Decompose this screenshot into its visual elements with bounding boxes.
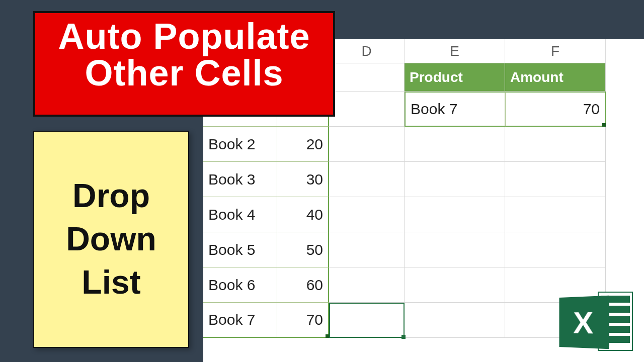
sticky-line-1: Drop <box>34 174 188 218</box>
column-header-e[interactable]: E <box>405 39 505 63</box>
cell-d5[interactable] <box>329 197 405 232</box>
source-row-2[interactable]: Book 2 20 <box>203 127 329 162</box>
active-cell-d8[interactable] <box>329 303 405 338</box>
source-row-7[interactable]: Book 7 70 <box>203 303 329 338</box>
lookup-header-amount[interactable]: Amount <box>505 63 606 92</box>
fill-handle-icon[interactable] <box>326 334 329 338</box>
source-amount-6: 60 <box>277 267 328 302</box>
title-banner: Auto Populate Other Cells <box>33 11 335 117</box>
row-6: Book 5 50 <box>203 232 644 267</box>
cell-d4[interactable] <box>329 162 405 197</box>
source-product-7: Book 7 <box>203 303 277 337</box>
cell-f5[interactable] <box>505 197 606 232</box>
cell-f6[interactable] <box>505 232 606 267</box>
lookup-header-product[interactable]: Product <box>405 63 505 92</box>
sticky-line-2: Down <box>34 218 188 261</box>
source-amount-7: 70 <box>277 303 328 337</box>
source-row-4[interactable]: Book 4 40 <box>203 197 329 232</box>
source-product-2: Book 2 <box>203 127 277 161</box>
source-amount-4: 40 <box>277 197 328 232</box>
source-product-6: Book 6 <box>203 267 277 302</box>
lookup-value-product[interactable]: Book 7 <box>405 92 505 127</box>
cell-d7[interactable] <box>329 267 405 303</box>
sticky-line-3: List <box>34 261 188 304</box>
row-5: Book 4 40 <box>203 197 644 232</box>
sticky-note: Drop Down List <box>33 131 189 348</box>
source-product-3: Book 3 <box>203 162 277 197</box>
cell-e4[interactable] <box>405 162 505 197</box>
source-row-3[interactable]: Book 3 30 <box>203 162 329 197</box>
cell-e6[interactable] <box>405 232 505 267</box>
column-header-f[interactable]: F <box>505 39 606 63</box>
cell-e5[interactable] <box>405 197 505 232</box>
row-3: Book 2 20 <box>203 127 644 162</box>
source-product-4: Book 4 <box>203 197 277 232</box>
column-header-d[interactable]: D <box>329 39 405 63</box>
source-amount-2: 20 <box>277 127 328 161</box>
fill-handle-icon[interactable] <box>602 123 606 127</box>
excel-logo-book-icon: X <box>559 296 609 349</box>
source-amount-3: 30 <box>277 162 328 197</box>
cell-d2[interactable] <box>329 92 405 127</box>
row-4: Book 3 30 <box>203 162 644 197</box>
lookup-value-amount[interactable]: 70 <box>505 92 606 127</box>
excel-logo-letter: X <box>573 304 593 340</box>
cell-d1[interactable] <box>329 63 405 92</box>
cell-e8[interactable] <box>405 303 505 338</box>
source-row-5[interactable]: Book 5 50 <box>203 232 329 267</box>
source-row-6[interactable]: Book 6 60 <box>203 267 329 303</box>
cell-f4[interactable] <box>505 162 606 197</box>
lookup-amount-text: 70 <box>583 101 600 118</box>
cell-f3[interactable] <box>505 127 606 162</box>
source-product-5: Book 5 <box>203 232 277 267</box>
excel-logo-icon: X <box>557 290 633 355</box>
cell-e3[interactable] <box>405 127 505 162</box>
title-line-1: Auto Populate <box>35 18 333 55</box>
title-line-2: Other Cells <box>35 55 333 92</box>
cell-d3[interactable] <box>329 127 405 162</box>
cell-e7[interactable] <box>405 267 505 303</box>
cell-d6[interactable] <box>329 232 405 267</box>
source-amount-5: 50 <box>277 232 328 267</box>
